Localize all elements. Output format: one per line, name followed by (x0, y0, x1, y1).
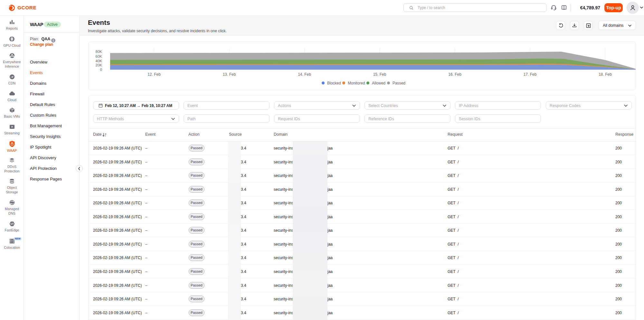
svg-text:15. Feb: 15. Feb (373, 72, 386, 77)
svg-text:12. Feb: 12. Feb (147, 72, 161, 77)
svg-text:40K: 40K (96, 59, 102, 63)
svg-text:60K: 60K (96, 54, 102, 58)
svg-text:20K: 20K (96, 63, 102, 67)
svg-text:13. Feb: 13. Feb (223, 72, 236, 77)
svg-text:18. Feb: 18. Feb (599, 72, 612, 77)
svg-text:14. Feb: 14. Feb (298, 72, 311, 77)
svg-text:16. Feb: 16. Feb (448, 72, 461, 77)
svg-text:0: 0 (100, 68, 102, 72)
svg-text:17. Feb: 17. Feb (524, 72, 537, 77)
svg-text:80K: 80K (96, 50, 102, 53)
